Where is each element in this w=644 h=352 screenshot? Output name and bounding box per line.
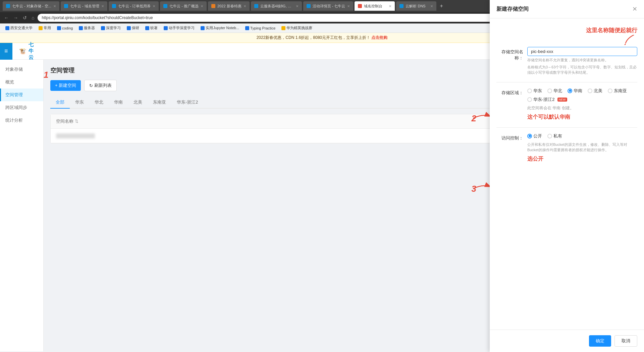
region-east-radio[interactable] xyxy=(527,89,532,93)
region-east-zj2-radio[interactable] xyxy=(527,97,532,102)
tab-close-7[interactable]: ✕ xyxy=(347,4,350,8)
bookmark-icon-deeplearning xyxy=(101,26,105,30)
tab-label-7: 活动详情页 - 七牛云 xyxy=(313,4,345,9)
browser-tab-2[interactable]: 七牛云 - 域名管理 ✕ xyxy=(61,1,107,11)
browser-tab-9[interactable]: 云解析 DNS ✕ xyxy=(396,1,436,11)
bookmark-server[interactable]: 服务器 xyxy=(76,25,98,31)
region-southeast-asia[interactable]: 东南亚 xyxy=(608,88,627,94)
tab-close-5[interactable]: ✕ xyxy=(244,4,246,8)
form-label-region: 存储区域： xyxy=(496,88,523,96)
region-southeast-asia-radio[interactable] xyxy=(608,89,612,93)
region-east[interactable]: 华东 xyxy=(527,88,542,94)
new-space-button[interactable]: + 新建空间 xyxy=(50,80,81,91)
modal-close-button[interactable]: ✕ xyxy=(632,5,637,13)
region-north-america-radio[interactable] xyxy=(588,89,592,93)
bookmark-deeplearning[interactable]: 深度学习 xyxy=(98,25,123,31)
bookmark-research[interactable]: 保研 xyxy=(124,25,142,31)
bookmark-icon-jupyter xyxy=(201,26,205,30)
tab-close-9[interactable]: ✕ xyxy=(430,4,433,8)
bookmark-handson[interactable]: 动手学深度学习 xyxy=(161,25,197,31)
tab-label-4: 七牛云 - 推广概选 xyxy=(169,4,199,9)
tab-label-9: 云解析 DNS xyxy=(406,4,425,9)
space-name-input[interactable] xyxy=(527,47,637,56)
tab-favicon-9 xyxy=(399,4,404,8)
access-public-radio[interactable] xyxy=(527,134,532,138)
sidebar-item-stats[interactable]: 统计分析 xyxy=(0,114,43,127)
annotation-name-hint: 这里名称随便起就行 xyxy=(586,27,637,34)
region-north-radio[interactable] xyxy=(547,89,552,93)
bookmark-icon-server xyxy=(79,26,83,30)
tab-favicon-2 xyxy=(64,4,68,8)
browser-tab-5[interactable]: 2022 新春特惠 ✕ xyxy=(208,1,250,11)
access-private[interactable]: 私有 xyxy=(547,133,562,139)
refresh-button[interactable]: ↻ 刷新列表 xyxy=(84,80,117,91)
bookmark-common[interactable]: 常用 xyxy=(36,25,54,31)
sidebar-item-overview[interactable]: 概览 xyxy=(0,76,43,89)
tab-favicon-4 xyxy=(163,4,167,8)
sidebar-item-object-storage[interactable]: 对象存储 xyxy=(0,63,43,76)
region-south[interactable]: 华南 xyxy=(568,88,582,94)
region-tab-southeast-asia[interactable]: 东南亚 xyxy=(148,97,171,109)
tab-label-2: 七牛云 - 域名管理 xyxy=(70,4,99,9)
back-button[interactable]: ← xyxy=(3,14,10,21)
reload-button[interactable]: ↺ xyxy=(21,14,28,21)
top-bar: ≡ 🐮 七牛云 xyxy=(0,43,44,60)
bookmark-typing[interactable]: Typing Practice xyxy=(243,25,278,31)
browser-tab-4[interactable]: 七牛云 - 推广概选 ✕ xyxy=(160,1,207,11)
sidebar-item-space-management[interactable]: 空间管理 xyxy=(0,89,43,101)
tab-close-2[interactable]: ✕ xyxy=(101,4,104,8)
promo-link[interactable]: 点击抢购 xyxy=(371,35,387,40)
tab-label-5: 2022 新春特惠 xyxy=(217,4,241,9)
bookmark-label-coding: coding xyxy=(62,26,73,30)
bookmark-jupyter[interactable]: 实用Jupyter Noteb... xyxy=(198,25,242,31)
form-label-name: 存储空间名称： xyxy=(496,47,523,61)
browser-tab-6[interactable]: 云服务器4核8G, 注册... ✕ xyxy=(251,1,302,11)
region-east-zj2[interactable]: 华东-浙江2 NEW xyxy=(527,97,637,103)
confirm-button[interactable]: 确定 xyxy=(589,335,611,347)
hamburger-button[interactable]: ≡ xyxy=(0,43,12,60)
new-tab-button[interactable]: + xyxy=(438,3,445,9)
name-hint-2: 名称格式为3～63个字符，可以包含小写字母、数字、短划线，且必须以小写字母或数字… xyxy=(527,64,637,75)
bookmark-label-handson: 动手学深度学习 xyxy=(169,25,195,31)
region-tab-all[interactable]: 全部 xyxy=(50,97,70,109)
access-public[interactable]: 公开 xyxy=(527,133,542,139)
create-space-modal: 新建存储空间 ✕ 这里名称随便起就行 存储空间名称： 存储空间名称不允许重复，遇… xyxy=(490,0,644,351)
sidebar: 对象存储 概览 空间管理 跨区域同步 统计分析 xyxy=(0,60,44,351)
bookmark-software[interactable]: 软著 xyxy=(143,25,160,31)
region-east-zj2-label: 华东-浙江2 xyxy=(533,97,555,103)
region-south-radio[interactable] xyxy=(568,89,572,93)
region-tab-south[interactable]: 华南 xyxy=(109,97,128,109)
region-tab-north-america[interactable]: 北美 xyxy=(128,97,148,109)
region-north-america-label: 北美 xyxy=(594,88,602,94)
bookmark-coding[interactable]: coding xyxy=(54,25,75,31)
region-east-label: 华东 xyxy=(533,88,542,94)
sort-icon[interactable]: ⇅ xyxy=(75,119,78,124)
tab-close-6[interactable]: ✕ xyxy=(296,4,299,8)
tab-close-1[interactable]: ✕ xyxy=(53,4,56,8)
tab-close-3[interactable]: ✕ xyxy=(153,4,155,8)
forward-button[interactable]: → xyxy=(12,14,19,21)
tab-close-4[interactable]: ✕ xyxy=(201,4,203,8)
bookmark-huawei[interactable]: 华为精英挑战赛 xyxy=(279,25,315,31)
space-name-cell: space-name-blurred xyxy=(56,133,514,138)
region-north[interactable]: 华北 xyxy=(547,88,562,94)
cancel-button[interactable]: 取消 xyxy=(614,335,637,347)
col-header-name: 空间名称 ⇅ xyxy=(56,118,514,124)
browser-tab-7[interactable]: 活动详情页 - 七牛云 ✕ xyxy=(303,1,354,11)
region-tab-north[interactable]: 华北 xyxy=(89,97,109,109)
annotation-region-hint: 这个可以默认华南 xyxy=(527,114,637,121)
region-tab-east-zj2[interactable]: 华东-浙江2 xyxy=(171,97,204,109)
modal-header: 新建存储空间 ✕ xyxy=(490,0,644,18)
browser-tab-1[interactable]: 七牛云 - 对象存储 - 空... ✕ xyxy=(3,1,59,11)
tab-close-8[interactable]: ✕ xyxy=(389,4,391,8)
browser-tab-8[interactable]: 域名控制台 ✕ xyxy=(355,1,395,11)
sidebar-item-cross-region[interactable]: 跨区域同步 xyxy=(0,101,43,114)
logo-text: 七牛云 xyxy=(29,42,37,61)
bookmark-label-typing: Typing Practice xyxy=(250,26,275,30)
bookmark-xjtu[interactable]: 西安交通大学 xyxy=(3,25,35,31)
browser-tab-3[interactable]: 七牛云 - 订单抵用券 ✕ xyxy=(109,1,159,11)
region-north-america[interactable]: 北美 xyxy=(588,88,602,94)
access-private-radio[interactable] xyxy=(547,134,552,138)
region-tab-east[interactable]: 华东 xyxy=(70,97,89,109)
home-button[interactable]: ⌂ xyxy=(30,14,36,21)
